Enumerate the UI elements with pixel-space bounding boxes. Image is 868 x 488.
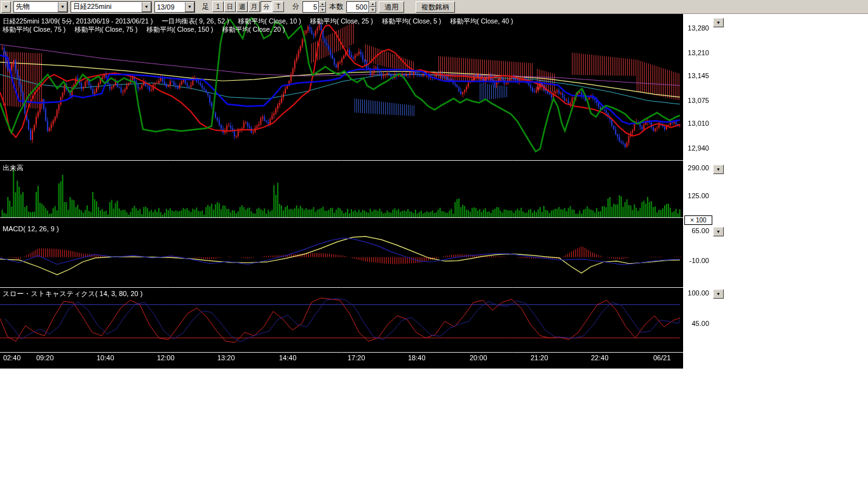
spinner-up-icon[interactable]: ▲ xyxy=(319,1,326,7)
bar-type-label: 足 xyxy=(201,2,210,11)
category-select[interactable]: 先物 ▼ xyxy=(13,1,68,13)
chevron-down-icon: ▼ xyxy=(58,2,67,12)
bar-count-input[interactable] xyxy=(346,1,369,13)
price-axis-label: 13,280 xyxy=(684,24,709,32)
period-button-週[interactable]: 週 xyxy=(236,1,248,12)
volume-axis-label: 125.00 xyxy=(684,192,709,200)
chevron-down-icon: ▼ xyxy=(142,2,151,12)
period-button-月[interactable]: 月 xyxy=(248,1,260,12)
volume-multiplier-box: × 100 xyxy=(684,215,712,225)
price-axis-label: 13,145 xyxy=(684,72,709,79)
minute-input-wrap: ▲▼ xyxy=(302,1,326,13)
pane-scroll-button[interactable]: ▼ xyxy=(713,165,724,174)
contract-month-value: 13/09 xyxy=(157,3,175,11)
volume-axis-label: 290.00 xyxy=(684,164,709,172)
pane-scroll-button[interactable]: ▼ xyxy=(713,289,724,299)
stoch-axis-label: 100.00 xyxy=(684,289,709,297)
price-axis-label: 13,075 xyxy=(684,97,709,104)
bar-count-input-wrap: ▲▼ xyxy=(346,1,376,13)
spinner-down-icon[interactable]: ▼ xyxy=(319,7,326,13)
period-button-group: 1日週月分T xyxy=(212,1,284,12)
price-axis-label: 13,010 xyxy=(684,119,709,127)
chevron-down-icon: ▼ xyxy=(185,2,194,12)
minute-unit-label: 分 xyxy=(292,2,300,11)
stoch-axis-label: 45.00 xyxy=(684,320,709,327)
minute-input[interactable] xyxy=(302,1,319,13)
period-button-分[interactable]: 分 xyxy=(261,1,272,12)
minute-spinner[interactable]: ▲▼ xyxy=(319,1,326,13)
spinner-down-icon[interactable]: ▼ xyxy=(369,7,376,13)
macd-axis-label: -10.00 xyxy=(684,257,709,264)
toolbar: ▼ 先物 ▼ 日経225mini ▼ 13/09 ▼ 足 1日週月分T 分 ▲▼… xyxy=(0,0,868,14)
period-button-T[interactable]: T xyxy=(273,1,284,12)
period-button-1[interactable]: 1 xyxy=(212,1,224,12)
pane-scroll-button[interactable]: ▼ xyxy=(713,227,724,236)
contract-month-select[interactable]: 13/09 ▼ xyxy=(154,1,195,13)
symbol-select-value: 日経225mini xyxy=(73,2,112,11)
price-axis-label: 12,940 xyxy=(684,144,709,152)
trading-app-window: ▼ 先物 ▼ 日経225mini ▼ 13/09 ▼ 足 1日週月分T 分 ▲▼… xyxy=(0,0,868,488)
macd-axis-label: 65.00 xyxy=(684,227,709,234)
pane-scroll-button[interactable]: ▼ xyxy=(713,18,724,27)
chevron-down-icon: ▼ xyxy=(4,4,8,9)
symbol-select[interactable]: 日経225mini ▼ xyxy=(71,1,152,13)
multi-symbol-button[interactable]: 複数銘柄 xyxy=(416,1,455,13)
apply-button[interactable]: 適用 xyxy=(379,1,404,13)
price-axis-label: 13,210 xyxy=(684,49,709,57)
chart-canvas[interactable] xyxy=(0,14,683,369)
spinner-up-icon[interactable]: ▲ xyxy=(369,1,376,7)
category-select-value: 先物 xyxy=(16,2,30,11)
toolbar-menu-button[interactable]: ▼ xyxy=(1,1,11,13)
bar-count-label: 本数 xyxy=(329,2,344,11)
bar-count-spinner[interactable]: ▲▼ xyxy=(369,1,376,13)
period-button-日[interactable]: 日 xyxy=(224,1,236,12)
